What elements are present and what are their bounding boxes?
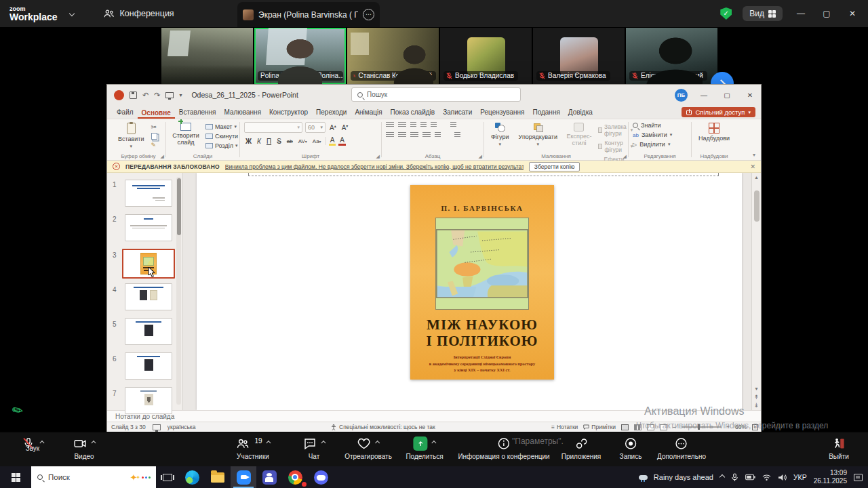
slide-thumbnail-1[interactable] bbox=[125, 180, 172, 207]
workspace-chevron-down-icon[interactable] bbox=[68, 11, 74, 16]
share-button[interactable]: Спільний доступ ▾ bbox=[682, 107, 755, 117]
shrink-font-button[interactable]: А▾ bbox=[340, 123, 350, 131]
arrange-button[interactable]: Упорядкувати ▾ bbox=[516, 122, 560, 148]
tray-volume-icon[interactable] bbox=[778, 474, 787, 481]
cut-icon[interactable]: ✂ bbox=[151, 123, 157, 131]
video-button[interactable]: Видео bbox=[73, 436, 96, 460]
participant-tile[interactable]: Олександр Дабіжа bbox=[161, 28, 253, 84]
increase-indent-icon[interactable] bbox=[420, 122, 427, 128]
slide-thumbnail-4[interactable] bbox=[125, 283, 172, 310]
ppt-close-button[interactable]: ✕ bbox=[743, 92, 757, 99]
banner-close-icon[interactable]: ✕ bbox=[750, 163, 755, 170]
participant-tile[interactable]: Валерія Єрмакова bbox=[533, 28, 625, 84]
bold-button[interactable]: Ж bbox=[244, 138, 253, 145]
participant-tile[interactable]: Елістер Рачинський bbox=[626, 28, 717, 84]
taskbar-edge[interactable] bbox=[179, 466, 205, 488]
new-slide-button[interactable]: Створити слайд bbox=[170, 122, 201, 147]
start-button[interactable] bbox=[0, 466, 31, 488]
grow-font-button[interactable]: А▴ bbox=[328, 123, 338, 131]
slide-thumbnail-5[interactable] bbox=[125, 318, 172, 345]
tray-wifi-icon[interactable] bbox=[762, 474, 771, 481]
thumbnail-scrollbar[interactable] bbox=[176, 177, 181, 405]
taskbar-discord[interactable] bbox=[308, 466, 334, 488]
slide-thumbnail-6[interactable] bbox=[125, 352, 172, 380]
font-name-select[interactable]: ▾ bbox=[244, 122, 302, 133]
participants-button[interactable]: 19 Участники bbox=[235, 436, 270, 460]
tab-animations[interactable]: Анімація bbox=[351, 107, 386, 119]
tab-meeting[interactable]: Конференция bbox=[104, 9, 174, 18]
record-button[interactable]: Запись bbox=[620, 436, 642, 460]
taskbar-teams[interactable] bbox=[256, 466, 282, 488]
next-slide-button[interactable]: ↡ bbox=[752, 402, 761, 409]
copilot-icon[interactable]: ✦ ✦ bbox=[130, 472, 151, 483]
language-indicator[interactable]: УКР bbox=[793, 473, 807, 481]
ppt-minimize-button[interactable]: — bbox=[697, 92, 711, 99]
tab-record[interactable]: Записати bbox=[439, 107, 476, 119]
previous-slide-button[interactable]: ↟ bbox=[752, 394, 761, 401]
tab-options-icon[interactable]: ⋯ bbox=[363, 9, 374, 20]
strikethrough-button[interactable]: S bbox=[275, 138, 283, 145]
zoom-minimize-button[interactable]: — bbox=[793, 9, 808, 18]
font-color-button[interactable]: А bbox=[338, 136, 346, 146]
shapes-button[interactable]: Фігури ▾ bbox=[488, 122, 512, 148]
share-screen-button[interactable]: Поделиться bbox=[406, 436, 443, 460]
comments-toggle[interactable]: Примітки bbox=[583, 424, 616, 430]
addins-button[interactable]: Надбудови bbox=[696, 122, 732, 142]
participants-options-chevron-icon[interactable] bbox=[267, 441, 271, 445]
audio-button[interactable]: Звук bbox=[22, 436, 44, 452]
taskbar-search-input[interactable]: Поиск ✦ ✦ bbox=[31, 466, 156, 488]
qat-customize-chevron-icon[interactable]: ▾ bbox=[179, 92, 182, 98]
scroll-up-icon[interactable]: ▲ bbox=[752, 175, 761, 180]
select-button[interactable]: ▷Виділити▾ bbox=[633, 141, 670, 148]
italic-button[interactable]: К bbox=[256, 138, 262, 145]
align-center-icon[interactable] bbox=[398, 132, 406, 138]
slide-canvas[interactable]: П. І. БАРВІНСЬКА bbox=[183, 173, 751, 410]
reset-button[interactable]: Скинути bbox=[205, 133, 238, 140]
collapse-ribbon-chevron-icon[interactable]: ▾ bbox=[753, 152, 755, 158]
kerning-button[interactable]: AV▾ bbox=[297, 138, 309, 144]
section-button[interactable]: Розділ▾ bbox=[205, 142, 238, 149]
display-settings-icon[interactable] bbox=[153, 424, 161, 430]
font-size-select[interactable]: 60▾ bbox=[305, 122, 326, 133]
quick-styles-button[interactable]: Експрес-стилі bbox=[564, 122, 594, 148]
save-icon[interactable] bbox=[130, 92, 137, 99]
tab-screen-share[interactable]: Экран (Polina Barvinska ( Поліна ⋯ bbox=[237, 2, 380, 27]
layout-button[interactable]: Макет▾ bbox=[205, 123, 238, 130]
security-shield-icon[interactable]: ✓ bbox=[720, 7, 732, 20]
annotate-pencil-icon[interactable]: ✎ bbox=[9, 401, 26, 420]
slide-thumbnail-2[interactable] bbox=[125, 214, 172, 241]
tab-review[interactable]: Рецензування bbox=[476, 107, 528, 119]
zoom-close-button[interactable]: ✕ bbox=[845, 9, 860, 18]
shape-outline-button[interactable]: Контур фігури▾ bbox=[598, 140, 633, 153]
view-button[interactable]: Вид bbox=[743, 6, 783, 21]
text-direction-icon[interactable] bbox=[450, 122, 456, 128]
notes-toggle[interactable]: ≡Нотатки bbox=[551, 424, 578, 430]
weather-widget[interactable]: Rainy days ahead bbox=[639, 473, 713, 481]
powerpoint-app-icon[interactable] bbox=[114, 90, 124, 100]
share-options-chevron-icon[interactable] bbox=[431, 441, 436, 445]
audio-options-chevron-icon[interactable] bbox=[39, 441, 44, 445]
task-view-button[interactable] bbox=[156, 474, 179, 481]
apps-button[interactable]: Приложения bbox=[561, 436, 601, 460]
format-painter-icon[interactable]: ✎ bbox=[151, 142, 157, 148]
clock[interactable]: 13:09 26.11.2025 bbox=[814, 469, 847, 486]
line-spacing-icon[interactable] bbox=[431, 122, 437, 128]
ppt-maximize-button[interactable]: ▢ bbox=[720, 92, 734, 99]
tab-design[interactable]: Конструктор bbox=[265, 107, 312, 119]
reactions-options-chevron-icon[interactable] bbox=[375, 441, 380, 445]
align-right-icon[interactable] bbox=[410, 132, 418, 138]
warning-message-link[interactable]: Виникла проблема з цим файлом. Не вдалос… bbox=[225, 163, 524, 170]
action-center-icon[interactable] bbox=[854, 474, 863, 481]
participant-tile[interactable]: Водько Владислав bbox=[440, 28, 532, 84]
redo-icon[interactable]: ↷ bbox=[154, 91, 160, 100]
shape-fill-button[interactable]: Заливка фігури▾ bbox=[598, 123, 633, 137]
tab-help[interactable]: Довідка bbox=[564, 107, 597, 119]
tab-file[interactable]: Файл bbox=[113, 107, 138, 119]
slide-thumbnail-7[interactable] bbox=[125, 387, 172, 414]
dialog-launcher-icon[interactable]: ◢ bbox=[161, 154, 164, 159]
scroll-down-icon[interactable]: ▼ bbox=[752, 386, 761, 391]
tab-view[interactable]: Подання bbox=[528, 107, 564, 119]
replace-button[interactable]: abЗамінити▾ bbox=[633, 131, 672, 138]
book-cover-image[interactable]: П. І. БАРВІНСЬКА bbox=[410, 185, 554, 380]
slide-3[interactable]: П. І. БАРВІНСЬКА bbox=[197, 173, 742, 410]
